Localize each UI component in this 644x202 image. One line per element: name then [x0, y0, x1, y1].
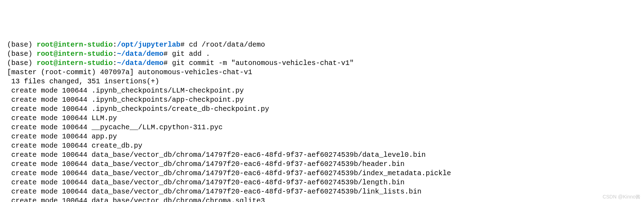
- conda-env: (base): [7, 41, 37, 49]
- user-host: root@intern-studio: [37, 50, 113, 58]
- output-line: create mode 100644 .ipynb_checkpoints/LL…: [7, 86, 637, 95]
- cwd-path: ~/data/demo: [117, 50, 163, 58]
- output-line: create mode 100644 data_base/vector_db/c…: [7, 196, 637, 202]
- terminal-output[interactable]: (base) root@intern-studio:/opt/jupyterla…: [7, 40, 637, 202]
- output-line: [master (root-commit) 407097a] autonomou…: [7, 68, 637, 77]
- user-host: root@intern-studio: [37, 59, 113, 67]
- watermark: CSDN @Kinno酱: [602, 194, 640, 200]
- output-line: 13 files changed, 351 insertions(+): [7, 77, 637, 86]
- command-text: cd /root/data/demo: [189, 41, 265, 49]
- output-line: create mode 100644 data_base/vector_db/c…: [7, 187, 637, 196]
- output-line: create mode 100644 app.py: [7, 132, 637, 141]
- prompt-line: (base) root@intern-studio:~/data/demo# g…: [7, 49, 637, 59]
- output-line: create mode 100644 LLM.py: [7, 114, 637, 123]
- command-text: git commit -m "autonomous-vehicles-chat-…: [172, 59, 354, 67]
- conda-env: (base): [7, 59, 37, 67]
- output-line: create mode 100644 __pycache__/LLM.cpyth…: [7, 123, 637, 132]
- prompt-colon: :: [113, 59, 117, 67]
- output-line: create mode 100644 data_base/vector_db/c…: [7, 178, 637, 187]
- prompt-line: (base) root@intern-studio:~/data/demo# g…: [7, 59, 637, 68]
- cwd-path: ~/data/demo: [117, 59, 163, 67]
- output-line: create mode 100644 .ipynb_checkpoints/ap…: [7, 95, 637, 105]
- output-line: create mode 100644 data_base/vector_db/c…: [7, 160, 637, 169]
- output-line: create mode 100644 create_db.py: [7, 141, 637, 150]
- output-line: create mode 100644 data_base/vector_db/c…: [7, 150, 637, 160]
- prompt-sigil: #: [163, 50, 172, 58]
- prompt-sigil: #: [163, 59, 172, 67]
- command-text: git add .: [172, 50, 210, 58]
- user-host: root@intern-studio: [37, 41, 113, 49]
- cwd-path: /opt/jupyterlab: [117, 41, 180, 49]
- output-line: create mode 100644 data_base/vector_db/c…: [7, 169, 637, 178]
- prompt-line: (base) root@intern-studio:/opt/jupyterla…: [7, 40, 637, 49]
- prompt-colon: :: [113, 50, 117, 58]
- prompt-colon: :: [113, 41, 117, 49]
- output-line: create mode 100644 .ipynb_checkpoints/cr…: [7, 105, 637, 114]
- conda-env: (base): [7, 50, 37, 58]
- prompt-sigil: #: [180, 41, 189, 49]
